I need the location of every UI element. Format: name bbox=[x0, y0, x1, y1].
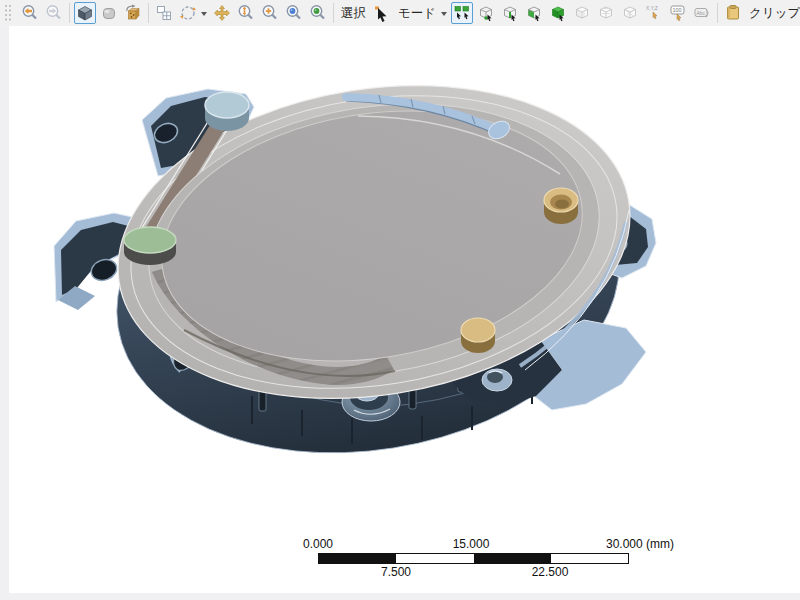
pan-icon bbox=[213, 4, 231, 22]
rotate-dice-icon bbox=[124, 4, 142, 22]
toolbar-separator bbox=[148, 3, 149, 23]
zoom-in-icon bbox=[261, 4, 279, 22]
model-canvas[interactable] bbox=[0, 0, 800, 600]
label-abc-button[interactable]: Abc bbox=[691, 2, 713, 24]
label-abc-icon: Abc bbox=[693, 4, 711, 22]
rotate-dice-button[interactable] bbox=[122, 2, 144, 24]
shaded-view-button[interactable] bbox=[98, 2, 120, 24]
edge-select-button[interactable] bbox=[499, 2, 521, 24]
extend-selection-icon bbox=[597, 4, 615, 22]
zoom-fit-button[interactable] bbox=[307, 2, 329, 24]
zoom-fit-icon bbox=[309, 4, 327, 22]
scale-100-button[interactable]: 100 bbox=[667, 2, 689, 24]
svg-text:100: 100 bbox=[673, 7, 682, 13]
select-cursor-icon bbox=[373, 4, 391, 22]
vertex-select-icon bbox=[477, 4, 495, 22]
body-select-button[interactable] bbox=[547, 2, 569, 24]
previous-view-button[interactable] bbox=[19, 2, 41, 24]
viewport-grid-icon bbox=[155, 4, 173, 22]
face-select-button[interactable] bbox=[523, 2, 545, 24]
coordinates-xyz-icon: X,Y,Z bbox=[645, 4, 663, 22]
extend-selection-icon bbox=[573, 4, 591, 22]
edge-select-icon bbox=[501, 4, 519, 22]
toolbar: 選択 モード bbox=[0, 0, 800, 26]
select-mode-icon bbox=[453, 4, 471, 22]
body-select-icon bbox=[549, 4, 567, 22]
zoom-in-button[interactable] bbox=[259, 2, 281, 24]
cad-application-window: 0.000 15.000 30.000 (mm) 7.500 22.500 bbox=[0, 0, 800, 600]
extend-selection-button-2[interactable] bbox=[595, 2, 617, 24]
pan-button[interactable] bbox=[211, 2, 233, 24]
orbit-icon bbox=[179, 4, 197, 22]
next-view-icon bbox=[45, 4, 63, 22]
next-view-button[interactable] bbox=[43, 2, 65, 24]
clipboard-button[interactable] bbox=[722, 2, 744, 24]
face-select-icon bbox=[525, 4, 543, 22]
pin-left[interactable] bbox=[124, 227, 176, 265]
zoom-box-button[interactable] bbox=[283, 2, 305, 24]
zoom-button[interactable] bbox=[235, 2, 257, 24]
rotate-button[interactable] bbox=[177, 2, 199, 24]
zoom-box-icon bbox=[285, 4, 303, 22]
extend-selection-button-1[interactable] bbox=[571, 2, 593, 24]
pin-bottom-right[interactable] bbox=[461, 318, 495, 353]
select-mode-button[interactable] bbox=[451, 2, 473, 24]
extend-selection-icon bbox=[621, 4, 639, 22]
vertex-select-button[interactable] bbox=[475, 2, 497, 24]
extend-selection-button-3[interactable] bbox=[619, 2, 641, 24]
shaded-cube-icon bbox=[100, 4, 118, 22]
viewports-button[interactable] bbox=[153, 2, 175, 24]
zoom-icon bbox=[237, 4, 255, 22]
svg-text:X,Y,Z: X,Y,Z bbox=[646, 5, 658, 11]
grip-dots-icon bbox=[4, 3, 12, 23]
toolbar-separator bbox=[717, 3, 718, 23]
scale-100-icon: 100 bbox=[669, 4, 687, 22]
toolbar-separator bbox=[333, 3, 334, 23]
mode-dropdown-caret[interactable] bbox=[441, 12, 447, 16]
toolbar-grip[interactable] bbox=[4, 3, 12, 23]
pin-top-left[interactable] bbox=[205, 92, 249, 131]
pin-right[interactable] bbox=[544, 188, 578, 224]
select-cursor-button[interactable] bbox=[371, 2, 393, 24]
clipboard-icon bbox=[724, 4, 742, 22]
mode-label[interactable]: モード bbox=[398, 5, 436, 22]
clipboard-label[interactable]: クリップボード bbox=[749, 5, 800, 22]
svg-text:Abc: Abc bbox=[697, 10, 706, 16]
isometric-view-button[interactable] bbox=[74, 2, 96, 24]
coordinates-button[interactable]: X,Y,Z bbox=[643, 2, 665, 24]
rotate-dropdown-caret[interactable] bbox=[201, 12, 207, 16]
isometric-cube-icon bbox=[76, 4, 94, 22]
side-button[interactable] bbox=[482, 369, 512, 391]
toolbar-separator bbox=[69, 3, 70, 23]
previous-view-icon bbox=[21, 4, 39, 22]
select-label: 選択 bbox=[341, 5, 366, 22]
